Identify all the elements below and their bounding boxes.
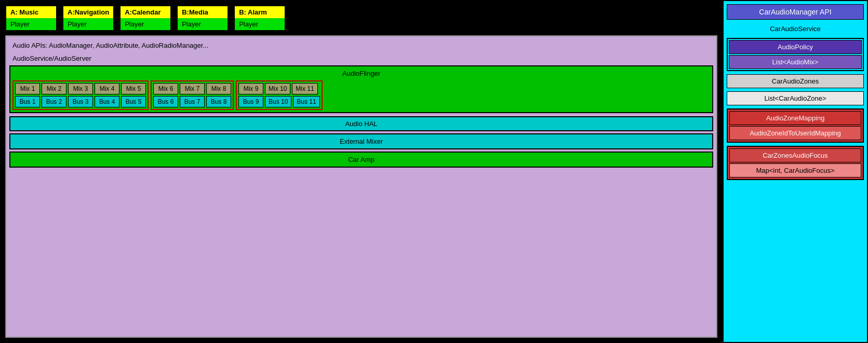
audio-flinger-label: AudioFlinger [12, 68, 710, 78]
player-card-calendar: A:Calendar Player [119, 5, 171, 31]
player-type-navigation: Player [63, 18, 113, 30]
zone2: Mix 6 Mix 7 Mix 8 Bus 6 Bus 7 Bus 8 [151, 80, 234, 110]
list-audio-mix: List<AudioMix> [729, 55, 862, 69]
car-amp-layer: Car Amp [9, 152, 713, 168]
player-type-music: Player [6, 18, 56, 30]
audio-zone-id-to-user: AudioZoneIdToUserIdMapping [729, 126, 861, 140]
car-zones-audio-focus-section: CarZonesAudioFocus Map<int, CarAudioFocu… [727, 146, 864, 180]
player-label-media: B:Media [178, 6, 228, 18]
player-card-alarm: B: Alarm Player [234, 5, 286, 31]
bus-1: Bus 1 [15, 96, 40, 107]
right-panel: CarAudioManager API CarAudioService Audi… [723, 0, 868, 343]
mix-4: Mix 4 [95, 83, 119, 94]
bus-7: Bus 7 [180, 96, 205, 107]
player-label-navigation: A:Navigation [63, 6, 113, 18]
bus-row-1: Bus 1 Bus 2 Bus 3 Bus 4 Bus 5 [15, 96, 146, 107]
mix-10: Mix 10 [265, 83, 290, 94]
car-audio-zones: CarAudioZones [727, 74, 864, 88]
bus-row-2: Bus 6 Bus 7 Bus 8 [153, 96, 231, 107]
mix-8: Mix 8 [206, 83, 231, 94]
server-layer: AudioService/AudioServer [9, 53, 713, 63]
player-type-calendar: Player [121, 18, 170, 30]
api-layer: Audio APIs: AudioManager, AudioAttribute… [9, 39, 713, 51]
mix-5: Mix 5 [121, 83, 146, 94]
mix-11: Mix 11 [292, 83, 317, 94]
bus-5: Bus 5 [121, 96, 146, 107]
audio-flinger-area: AudioFlinger Mix 1 Mix 2 Mix 3 Mix 4 Mix… [9, 65, 713, 113]
arch-container: Audio APIs: AudioManager, AudioAttribute… [5, 35, 717, 338]
mix-row-1: Mix 1 Mix 2 Mix 3 Mix 4 Mix 5 [15, 83, 146, 94]
player-card-music: A: Music Player [5, 5, 57, 31]
bus-4: Bus 4 [95, 96, 119, 107]
list-car-audio-zone: List<CarAudioZone> [727, 91, 864, 105]
mix-6: Mix 6 [153, 83, 178, 94]
bus-10: Bus 10 [265, 96, 291, 107]
player-label-music: A: Music [6, 6, 56, 18]
zone3: Mix 9 Mix 10 Mix 11 Bus 9 Bus 10 Bus 11 [236, 80, 323, 110]
bus-3: Bus 3 [68, 96, 93, 107]
mix-row-2: Mix 6 Mix 7 Mix 8 [153, 83, 231, 94]
audio-zone-mapping-section: AudioZoneMapping AudioZoneIdToUserIdMapp… [727, 108, 864, 143]
players-row: A: Music Player A:Navigation Player A:Ca… [5, 5, 717, 31]
player-card-media: B:Media Player [177, 5, 229, 31]
bus-row-3: Bus 9 Bus 10 Bus 11 [238, 96, 320, 107]
player-label-calendar: A:Calendar [121, 6, 170, 18]
car-zones-audio-focus: CarZonesAudioFocus [729, 148, 861, 162]
mix-bus-container: Mix 1 Mix 2 Mix 3 Mix 4 Mix 5 Bus 1 Bus … [12, 80, 710, 110]
mix-1: Mix 1 [15, 83, 40, 94]
audio-policy: AudioPolicy [729, 40, 862, 54]
map-car-audio-focus: Map<int, CarAudioFocus> [729, 163, 861, 177]
mix-row-3: Mix 9 Mix 10 Mix 11 [238, 83, 320, 94]
mix-3: Mix 3 [68, 83, 93, 94]
bus-11: Bus 11 [293, 96, 319, 107]
mix-9: Mix 9 [238, 83, 263, 94]
player-card-navigation: A:Navigation Player [62, 5, 114, 31]
audio-zone-mapping: AudioZoneMapping [729, 111, 861, 125]
left-panel: A: Music Player A:Navigation Player A:Ca… [0, 0, 723, 343]
player-label-alarm: B: Alarm [235, 6, 285, 18]
external-mixer-layer: External Mixer [9, 133, 713, 149]
player-type-media: Player [178, 18, 228, 30]
player-type-alarm: Player [235, 18, 285, 30]
mix-2: Mix 2 [42, 83, 66, 94]
bus-6: Bus 6 [153, 96, 178, 107]
audio-hal-layer: Audio HAL [9, 116, 713, 131]
car-audio-service-label: CarAudioService [727, 23, 864, 35]
bus-9: Bus 9 [238, 96, 263, 107]
bus-8: Bus 8 [206, 96, 231, 107]
mix-7: Mix 7 [180, 83, 205, 94]
zone1: Mix 1 Mix 2 Mix 3 Mix 4 Mix 5 Bus 1 Bus … [12, 80, 149, 110]
bus-2: Bus 2 [42, 96, 66, 107]
audio-policy-section: AudioPolicy List<AudioMix> [727, 38, 864, 71]
car-audio-manager-api: CarAudioManager API [727, 4, 864, 20]
